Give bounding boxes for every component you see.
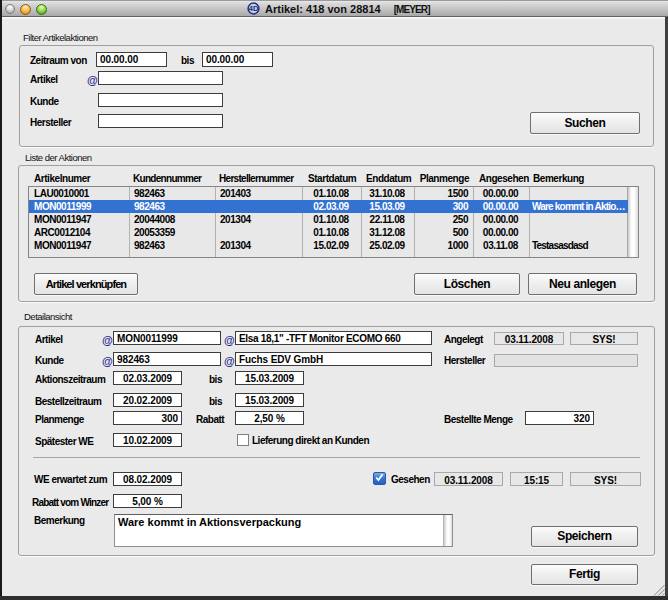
svg-text:4D: 4D [249, 4, 259, 13]
